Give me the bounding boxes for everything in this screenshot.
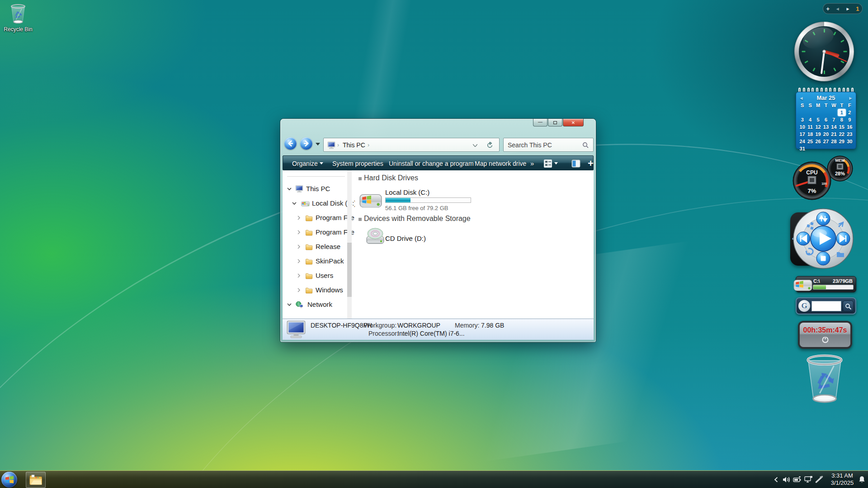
chevron-collapsed-icon[interactable] [296,230,302,235]
calendar-day-cell[interactable]: 25 [806,138,814,145]
calendar-day-cell[interactable]: 27 [822,138,830,145]
tray-network[interactable] [804,475,813,484]
calendar-day-cell[interactable]: 14 [830,123,838,131]
preview-pane-button[interactable] [571,156,580,171]
calendar-day-cell[interactable] [806,145,814,152]
search-gadget[interactable]: G [796,297,856,314]
calendar-day-cell[interactable]: 17 [798,131,806,138]
tree-scrollbar[interactable] [347,170,352,319]
calendar-day-cell[interactable]: 7 [830,116,838,123]
calendar-day-cell[interactable] [830,109,838,116]
taskbar-explorer-button[interactable] [26,472,46,488]
calendar-day-cell[interactable]: 9 [846,116,854,123]
calendar-day-cell[interactable] [830,145,838,152]
search-icon[interactable] [582,142,589,148]
group-header-removable[interactable]: Devices with Removable Storage [364,215,471,223]
calendar-day-cell[interactable]: 12 [814,123,822,131]
calendar-day-cell-selected[interactable]: 1 [838,109,845,116]
chevron-expanded-icon[interactable] [292,201,297,206]
chevron-collapsed-icon[interactable] [296,244,302,249]
calendar-day-cell[interactable] [806,109,814,116]
tree-item-network[interactable]: Network [283,300,355,310]
calendar-day-cell[interactable]: 5 [814,116,822,123]
calendar-day-cell[interactable] [814,109,822,116]
calendar-day-cell[interactable]: 3 [798,116,806,123]
calendar-day-cell[interactable]: 24 [798,138,806,145]
tree-scrollbar-thumb[interactable] [347,243,352,297]
toolbar-overflow-button[interactable]: » [530,156,534,171]
drive-meter-gadget[interactable]: C:\ 23/79GB [796,276,856,292]
calendar-day-cell[interactable]: 10 [798,123,806,131]
power-icon[interactable] [821,336,829,343]
tree-item-local-disk[interactable]: Local Disk (C:) [283,198,355,208]
refresh-icon[interactable] [486,142,493,149]
minimize-button[interactable]: — [533,119,547,127]
system-properties-button[interactable]: System properties [332,156,383,171]
calendar-day-cell[interactable]: 29 [838,138,845,145]
drive-item-cd[interactable]: CD Drive (D:) [355,227,536,250]
calendar-day-cell[interactable] [822,109,830,116]
calendar-day-cell[interactable]: 30 [846,138,854,145]
calendar-day-cell[interactable]: 16 [846,123,854,131]
calendar-day-cell[interactable]: 2 [846,109,854,116]
tray-power[interactable] [793,475,802,484]
chevron-expanded-icon[interactable] [287,302,292,307]
calendar-day-cell[interactable]: 4 [806,116,814,123]
taskbar-clock[interactable]: 3:31 AM 3/1/2025 [828,472,856,487]
calendar-day-cell[interactable]: 19 [814,131,822,138]
calendar-day-cell[interactable] [822,145,830,152]
address-bar[interactable]: › This PC › [323,138,500,152]
uninstall-program-button[interactable]: Uninstall or change a program [389,156,474,171]
calendar-day-cell[interactable] [798,109,806,116]
breadcrumb-location[interactable]: This PC [343,141,365,149]
calendar-day-cell[interactable]: 22 [838,131,845,138]
calendar-day-cell[interactable]: 13 [822,123,830,131]
tray-pen[interactable] [815,475,824,484]
calendar-day-cell[interactable]: 26 [814,138,822,145]
tray-expand-chevron[interactable] [771,475,780,484]
calendar-day-cell[interactable] [814,145,822,152]
address-dropdown-icon[interactable] [473,144,477,147]
calendar-day-cell[interactable] [846,145,854,152]
clock-gadget[interactable] [794,22,854,81]
uptime-timer-gadget[interactable]: 00h:35m:47s [798,321,852,349]
maximize-button[interactable] [548,119,562,127]
views-button[interactable] [543,156,558,171]
cpu-gauge-gadget[interactable]: CPU 100 7% [793,161,831,200]
close-button[interactable]: ✕ [563,119,584,127]
gadget-search-button[interactable] [843,300,854,312]
breadcrumb-chevron[interactable]: › [368,142,369,148]
chevron-collapsed-icon[interactable] [296,215,302,221]
add-gadget-button[interactable]: + [826,5,830,12]
recycle-bin-gadget[interactable] [802,354,847,404]
calendar-day-cell[interactable]: 11 [806,123,814,131]
pager-prev-button[interactable]: ◄ [835,6,840,11]
tree-item-folder[interactable]: Program File [283,213,355,223]
organize-button[interactable]: Organize [292,156,323,171]
calendar-day-cell[interactable]: 15 [838,123,845,131]
calendar-next-icon[interactable]: ► [848,95,853,101]
tree-item-folder[interactable]: Users [283,271,355,281]
calendar-day-cell[interactable]: 8 [838,116,845,123]
back-button[interactable] [284,137,297,150]
calendar-gadget[interactable]: ◄ Mar 25 ► SSMTWTF 12 3456789 1011121314… [796,88,856,149]
calendar-prev-icon[interactable]: ◄ [799,95,804,101]
chevron-collapsed-icon[interactable] [296,258,302,264]
group-header-hard-disks[interactable]: Hard Disk Drives [364,174,418,182]
tree-item-folder[interactable]: Program File [283,227,355,237]
calendar-day-cell[interactable]: 23 [846,131,854,138]
new-item-button[interactable]: + [588,156,594,171]
tray-volume[interactable] [782,475,791,484]
drive-item-local-disk[interactable]: Local Disk (C:) 56.1 GB free of 79.2 GB [355,187,536,212]
calendar-day-cell[interactable]: 6 [822,116,830,123]
search-box[interactable]: Search This PC [503,138,594,152]
calendar-day-cell[interactable]: 21 [830,131,838,138]
chevron-collapsed-icon[interactable] [296,287,302,293]
tree-item-folder[interactable]: Windows [283,285,355,295]
calendar-day-cell[interactable] [838,145,845,152]
forward-button[interactable] [300,137,312,150]
tree-item-folder[interactable]: Release [283,242,355,252]
gadget-search-input[interactable] [811,301,841,311]
calendar-day-cell[interactable]: 20 [822,131,830,138]
chevron-collapsed-icon[interactable] [296,273,302,278]
